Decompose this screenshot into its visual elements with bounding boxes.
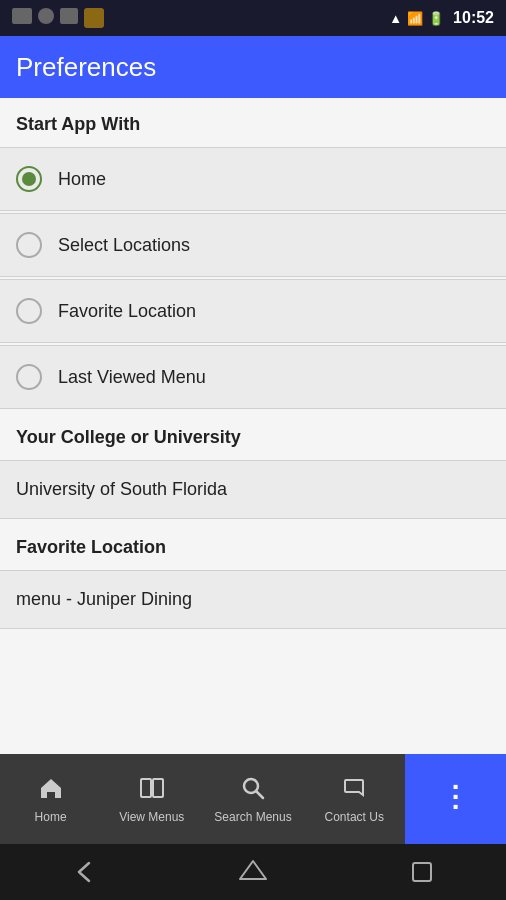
radio-option-favorite-location[interactable]: Favorite Location bbox=[0, 279, 506, 343]
nav-label-home: Home bbox=[35, 810, 67, 824]
nav-label-view-menus: View Menus bbox=[119, 810, 184, 824]
radio-circle-favorite-location bbox=[16, 298, 42, 324]
radio-label-select-locations: Select Locations bbox=[58, 235, 190, 256]
app-bar-title: Preferences bbox=[16, 52, 156, 83]
search-menus-nav-icon bbox=[239, 774, 267, 806]
radio-circle-last-viewed-menu bbox=[16, 364, 42, 390]
view-menus-nav-icon bbox=[138, 774, 166, 806]
favorite-location-value: menu - Juniper Dining bbox=[16, 589, 192, 609]
app-bar: Preferences bbox=[0, 36, 506, 98]
bottom-nav: Home View Menus Search Menus Contact Us … bbox=[0, 754, 506, 844]
nav-item-search-menus[interactable]: Search Menus bbox=[202, 754, 303, 844]
nav-item-home[interactable]: Home bbox=[0, 754, 101, 844]
radio-option-select-locations[interactable]: Select Locations bbox=[0, 213, 506, 277]
svg-rect-0 bbox=[141, 779, 151, 797]
radio-label-favorite-location: Favorite Location bbox=[58, 301, 196, 322]
home-nav-icon bbox=[37, 774, 65, 806]
favorite-location-row[interactable]: menu - Juniper Dining bbox=[0, 570, 506, 629]
nav-label-contact-us: Contact Us bbox=[325, 810, 384, 824]
back-button[interactable] bbox=[59, 854, 109, 890]
svg-rect-1 bbox=[153, 779, 163, 797]
svg-marker-4 bbox=[240, 861, 266, 879]
main-content: Start App With Home Select Locations Fav… bbox=[0, 98, 506, 754]
signal-icon: 📶 bbox=[407, 11, 423, 26]
contact-us-nav-icon bbox=[340, 774, 368, 806]
svg-rect-5 bbox=[413, 863, 431, 881]
radio-label-last-viewed-menu: Last Viewed Menu bbox=[58, 367, 206, 388]
university-value: University of South Florida bbox=[16, 479, 227, 499]
start-app-with-header: Start App With bbox=[0, 98, 506, 147]
favorite-location-header: Favorite Location bbox=[0, 521, 506, 570]
status-time: 10:52 bbox=[453, 9, 494, 27]
favorite-location-label: Favorite Location bbox=[16, 537, 166, 557]
notif-icon-1 bbox=[12, 8, 32, 24]
your-college-label: Your College or University bbox=[16, 427, 241, 447]
android-nav bbox=[0, 844, 506, 900]
radio-option-last-viewed-menu[interactable]: Last Viewed Menu bbox=[0, 345, 506, 409]
nav-item-contact-us[interactable]: Contact Us bbox=[304, 754, 405, 844]
radio-circle-home bbox=[16, 166, 42, 192]
wifi-icon: ▲ bbox=[389, 11, 402, 26]
status-icons: ▲ 📶 🔋 10:52 bbox=[389, 9, 494, 27]
notification-icons bbox=[12, 8, 383, 28]
battery-icon: 🔋 bbox=[428, 11, 444, 26]
radio-label-home: Home bbox=[58, 169, 106, 190]
svg-line-3 bbox=[257, 792, 264, 799]
status-bar: ▲ 📶 🔋 10:52 bbox=[0, 0, 506, 36]
nav-item-view-menus[interactable]: View Menus bbox=[101, 754, 202, 844]
notif-icon-2 bbox=[38, 8, 54, 24]
recents-button[interactable] bbox=[397, 854, 447, 890]
radio-circle-select-locations bbox=[16, 232, 42, 258]
more-nav-icon: ⋮ bbox=[441, 783, 469, 811]
your-college-header: Your College or University bbox=[0, 411, 506, 460]
university-row[interactable]: University of South Florida bbox=[0, 460, 506, 519]
start-app-with-label: Start App With bbox=[16, 114, 140, 134]
radio-option-home[interactable]: Home bbox=[0, 147, 506, 211]
nav-label-search-menus: Search Menus bbox=[214, 810, 291, 824]
notif-icon-3 bbox=[60, 8, 78, 24]
notif-icon-4 bbox=[84, 8, 104, 28]
radio-dot-home bbox=[22, 172, 36, 186]
home-button[interactable] bbox=[228, 854, 278, 890]
nav-item-more[interactable]: ⋮ bbox=[405, 754, 506, 844]
